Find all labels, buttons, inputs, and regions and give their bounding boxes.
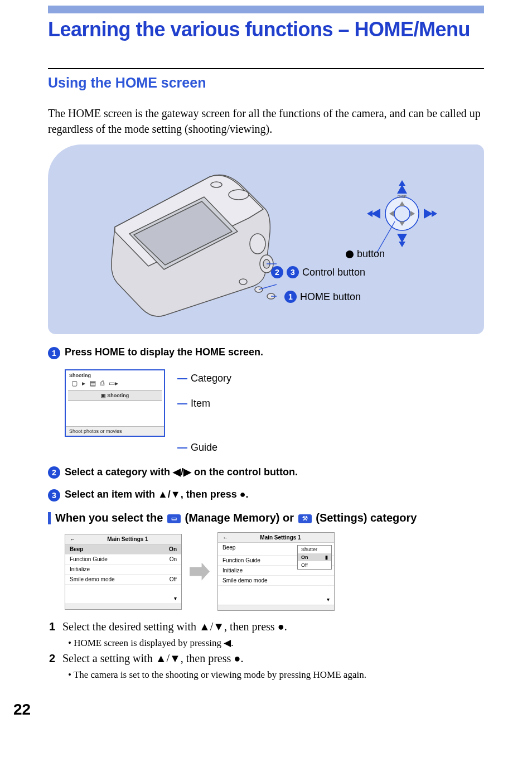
step-1: 1 Press HOME to display the HOME screen. <box>48 346 484 359</box>
memory-icon: ▤ <box>90 379 96 387</box>
settings-header-title-right: Main Settings 1 <box>231 534 330 541</box>
subheading-mm: (Manage Memory) or <box>185 512 297 524</box>
lcd-item-label: Shooting <box>107 393 129 398</box>
ordered-steps: 1 Select the desired setting with ▲/▼, t… <box>49 619 484 682</box>
svg-marker-17 <box>371 209 380 219</box>
play-icon: ▸ <box>82 379 85 387</box>
print-icon: ⎙ <box>100 379 104 387</box>
settings-row-function-guide: Function GuideOn <box>65 555 181 565</box>
ol-step-1-num: 1 <box>49 619 58 635</box>
svg-marker-19 <box>424 209 433 219</box>
callout-control-button: 2 3 Control button <box>271 266 365 278</box>
svg-point-5 <box>239 279 247 285</box>
popup-off: Off <box>298 561 331 569</box>
settings-row-beep: BeepOn <box>65 544 181 555</box>
manage-memory-icon: ▭ <box>167 514 181 523</box>
page-title: Learning the various functions – HOME/Me… <box>48 18 484 41</box>
intro-paragraph: The HOME screen is the gateway screen fo… <box>48 105 484 137</box>
svg-marker-16 <box>399 242 405 247</box>
header-accent-bar <box>48 6 484 13</box>
blue-bar-icon <box>48 512 51 524</box>
section-heading: Using the HOME screen <box>48 75 484 91</box>
subheading-prefix: When you select the <box>55 512 166 524</box>
lcd-item-bar: ▣ Shooting <box>68 390 162 401</box>
step-2-number: 2 <box>48 466 60 479</box>
step-3-text: Select an item with ▲/▼, then press ●. <box>65 489 249 500</box>
settings-toolbox-icon: ⚒ <box>298 514 312 523</box>
svg-marker-14 <box>399 180 405 186</box>
svg-point-1 <box>211 182 222 187</box>
ol-step-2-text: Select a setting with ▲/▼, then press ●. <box>62 650 243 667</box>
svg-point-12 <box>394 206 410 221</box>
step-2: 2 Select a category with ◀/▶ on the cont… <box>48 466 484 479</box>
popup-shutter: Shutter <box>298 546 331 553</box>
pointer-guide: Guide <box>191 442 217 454</box>
sub-heading: When you select the ▭ (Manage Memory) or… <box>48 512 484 524</box>
pointer-category: Category <box>191 373 231 384</box>
pointer-item: Item <box>191 398 210 409</box>
back-arrow-icon: ← <box>223 534 228 541</box>
settings-header-title: Main Settings 1 <box>79 536 177 542</box>
settings-panels-row: ← Main Settings 1 BeepOn Function GuideO… <box>65 532 484 611</box>
ol-step-1: 1 Select the desired setting with ▲/▼, t… <box>49 619 484 635</box>
callout-num-3: 3 <box>287 266 299 278</box>
svg-point-2 <box>250 234 265 254</box>
lcd-category-icons: ▢ ▸ ▤ ⎙ ▭▸ <box>66 379 164 389</box>
camera-icon: ▢ <box>71 379 78 387</box>
step-1-text: Press HOME to display the HOME screen. <box>65 346 263 358</box>
back-arrow-icon: ← <box>70 536 75 542</box>
control-button-label: Control button <box>302 267 365 278</box>
home-lcd-mock: Shooting ▢ ▸ ▤ ⎙ ▭▸ ▣ Shooting Shoot pho… <box>65 369 165 437</box>
button-label: button <box>357 248 385 260</box>
settings-value-popup: Shutter On▮ Off <box>297 545 332 570</box>
svg-marker-18 <box>367 210 373 217</box>
lcd-guide-bar: Shoot photos or movies <box>66 426 164 436</box>
settings-row-smile-demo: Smile demo modeOff <box>65 575 181 585</box>
settings-icon: ▭▸ <box>109 379 118 387</box>
ol-step-1-bullet: • HOME screen is displayed by pressing ◀… <box>68 636 484 650</box>
ol-step-2-num: 2 <box>49 650 58 667</box>
settings-panel-left: ← Main Settings 1 BeepOn Function GuideO… <box>65 534 182 610</box>
lcd-pointer-labels: Category Item Guide <box>177 373 231 454</box>
settings-list-left: BeepOn Function GuideOn Initialize Smile… <box>65 544 181 585</box>
dot-icon <box>346 250 354 258</box>
step-1-number: 1 <box>48 347 60 359</box>
step-3-number: 3 <box>48 489 60 502</box>
ol-step-1-text: Select the desired setting with ▲/▼, the… <box>62 619 287 635</box>
callout-home-button: 1 HOME button <box>284 291 361 303</box>
callout-num-2: 2 <box>271 266 283 278</box>
svg-point-0 <box>229 190 249 200</box>
settings-row-initialize: Initialize <box>65 565 181 575</box>
camera-small-icon: ▣ <box>101 393 108 398</box>
transition-arrow-icon <box>190 563 210 581</box>
step-2-text: Select a category with ◀/▶ on the contro… <box>65 466 298 478</box>
svg-marker-20 <box>432 210 437 217</box>
control-pad-illustration: DISP <box>349 175 455 253</box>
down-arrow-icon: ▾ <box>174 595 177 601</box>
popup-on: On▮ <box>298 553 331 561</box>
camera-diagram-panel: DISP button 2 3 Control button 1 HOME bu… <box>48 144 484 334</box>
step-3: 3 Select an item with ▲/▼, then press ●. <box>48 489 484 502</box>
camera-illustration <box>98 160 277 322</box>
section-rule <box>48 68 484 69</box>
home-button-label: HOME button <box>300 291 361 303</box>
disp-label: DISP <box>398 195 407 199</box>
callout-dot-button: button <box>346 248 385 260</box>
home-screen-mock-row: Shooting ▢ ▸ ▤ ⎙ ▭▸ ▣ Shooting Shoot pho… <box>65 369 484 454</box>
page-number: 22 <box>13 701 532 719</box>
settings-row-smile-demo-r: Smile demo mode <box>218 576 334 586</box>
svg-marker-15 <box>397 234 407 243</box>
down-arrow-icon: ▾ <box>327 596 330 602</box>
lcd-category-title: Shooting <box>66 370 164 379</box>
svg-marker-13 <box>397 185 407 194</box>
ol-step-2-bullet: • The camera is set to the shooting or v… <box>68 668 484 682</box>
subheading-settings: (Settings) category <box>316 512 417 524</box>
ol-step-2: 2 Select a setting with ▲/▼, then press … <box>49 650 484 667</box>
callout-num-1: 1 <box>284 291 297 303</box>
settings-panel-right: ← Main Settings 1 Beep◂ Function Guide I… <box>217 532 335 611</box>
